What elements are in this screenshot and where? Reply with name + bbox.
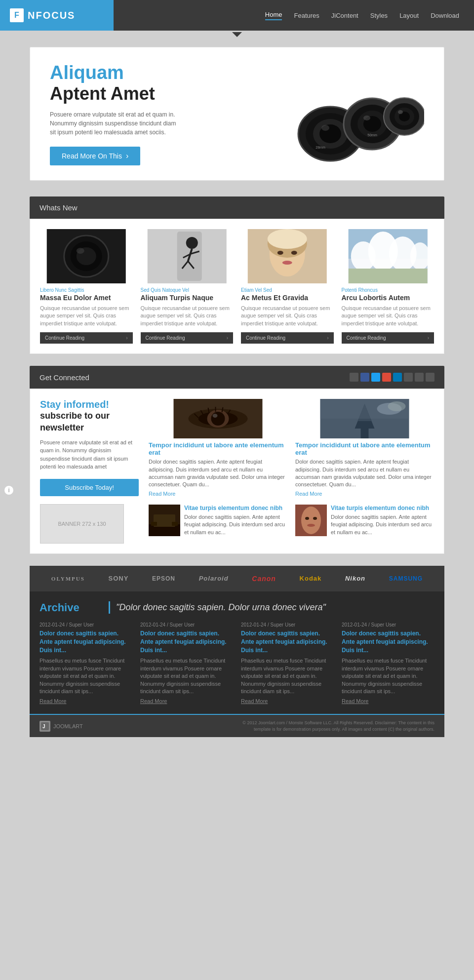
svg-point-49 [213, 414, 218, 418]
social-icon-7[interactable] [415, 373, 424, 382]
article-1: Tempor incididunt ut labore ante element… [149, 399, 287, 497]
brand-canon: Canon [252, 575, 276, 583]
svg-point-48 [211, 412, 225, 426]
card-2-category: Sed Quis Natoque Vel [141, 287, 234, 293]
archive-section: Archive "Dolor donec sagitis sapien. Dol… [30, 591, 444, 714]
logo[interactable]: F NFOCUS [0, 0, 114, 31]
card-2-arrow-icon: › [227, 335, 228, 341]
svg-rect-57 [361, 429, 369, 438]
social-icons [350, 373, 434, 382]
logo-letter: F [14, 11, 19, 20]
card-2-image [141, 229, 234, 283]
card-1-arrow-icon: › [126, 335, 127, 341]
camera-lens-image: 28mm 50mm [286, 65, 424, 163]
nav-styles[interactable]: Styles [370, 12, 388, 19]
article-4-text-block: Vitae turpis elementum donec nibh Dolor … [331, 505, 434, 536]
card-2-continue-button[interactable]: Continue Reading › [141, 332, 234, 344]
footer-logo-text: JOOMLART [53, 723, 83, 729]
article-2-title: Tempor incididunt ut labore ante element… [295, 441, 434, 456]
info-icon[interactable]: i [4, 485, 14, 495]
card-3-continue-button[interactable]: Continue Reading › [241, 332, 334, 344]
social-icon-5[interactable] [393, 373, 402, 382]
svg-rect-43 [348, 269, 427, 283]
newsletter-column: Stay informed! subscribe to our newslett… [40, 399, 139, 544]
social-icon-1[interactable] [350, 373, 358, 382]
whats-new-content: Libero Nunc Sagittis Massa Eu Dolor Amet… [30, 219, 444, 354]
svg-point-24 [186, 237, 198, 249]
card-4: Potenti Rhoncus Arcu Lobortis Autem Quis… [342, 229, 434, 344]
svg-text:J: J [42, 724, 45, 729]
card-4-image [342, 229, 434, 283]
card-2: Sed Quis Natoque Vel Aliquam Turpis Naqu… [141, 229, 234, 344]
card-3-arrow-icon: › [327, 335, 328, 341]
whats-new-header: Whats New [30, 196, 444, 219]
article-3-thumb [149, 505, 180, 536]
card-1-title: Massa Eu Dolor Amet [40, 294, 133, 302]
article-4-thumb [295, 505, 327, 536]
card-1-continue-button[interactable]: Continue Reading › [40, 332, 133, 344]
svg-point-36 [282, 261, 292, 265]
nav-layout[interactable]: Layout [399, 12, 419, 19]
article-3-text-block: Vitae turpis elementum donec nibh Dolor … [184, 505, 287, 536]
archive-read-more-4[interactable]: Read More [342, 698, 434, 704]
archive-read-more-1[interactable]: Read More [40, 698, 132, 704]
social-icon-3[interactable] [371, 373, 380, 382]
svg-rect-67 [151, 522, 157, 526]
article-1-text: Dolor donec sagittis sapien. Ante aptent… [149, 458, 287, 489]
card-1-category: Libero Nunc Sagittis [40, 287, 133, 293]
card-1-image [40, 229, 133, 283]
social-icon-2[interactable] [360, 373, 369, 382]
svg-point-63 [388, 401, 406, 411]
archive-title: Archive [40, 601, 99, 614]
svg-point-33 [268, 229, 307, 249]
connected-layout: Stay informed! subscribe to our newslett… [30, 389, 444, 553]
hero-cta-button[interactable]: Read More On This › [50, 147, 140, 165]
article-4-row: Vitae turpis elementum donec nibh Dolor … [295, 505, 434, 536]
bottom-articles: Vitae turpis elementum donec nibh Dolor … [149, 505, 434, 536]
hero-title-black: Aptent Amet [50, 83, 155, 104]
archive-art-title-1: Dolor donec sagittis sapien. Ante aptent… [40, 629, 132, 654]
article-1-read-more[interactable]: Read More [149, 491, 287, 497]
article-2-read-more[interactable]: Read More [295, 491, 434, 497]
svg-text:28mm: 28mm [316, 146, 325, 149]
main-nav: Home Features JiContent Styles Layout Do… [114, 0, 474, 31]
card-4-continue-button[interactable]: Continue Reading › [342, 332, 434, 344]
card-1-btn-label: Continue Reading [45, 335, 84, 341]
card-3-title: Ac Metus Et Gravida [241, 294, 334, 302]
archive-header: Archive "Dolor donec sagitis sapien. Dol… [40, 601, 434, 614]
nav-download[interactable]: Download [431, 12, 459, 19]
card-grid: Libero Nunc Sagittis Massa Eu Dolor Amet… [40, 229, 434, 344]
get-connected-bar: Get Connected [40, 373, 434, 382]
nav-features[interactable]: Features [294, 12, 319, 19]
card-2-text: Quisque recusandae ut posuere sem augue … [141, 305, 234, 327]
divider-2 [0, 185, 474, 189]
article-3-title: Vitae turpis elementum donec nibh [184, 505, 287, 511]
brand-polaroid: Polaroid [199, 575, 229, 582]
archive-art-title-2: Dolor donec sagittis sapien. Ante aptent… [140, 629, 233, 654]
footer: J JOOMLART © 2012 Joomlart.com / Monste … [30, 714, 444, 737]
svg-point-71 [305, 517, 309, 520]
archive-art-text-4: Phasellus eu metus fusce Tincidunt inter… [342, 657, 434, 695]
svg-point-14 [398, 110, 403, 114]
svg-point-4 [321, 125, 329, 131]
newsletter-heading-blue: Stay informed! [40, 399, 139, 410]
nav-home[interactable]: Home [265, 11, 282, 20]
archive-art-title-4: Dolor donec sagittis sapien. Ante aptent… [342, 629, 434, 654]
brand-samsung: SAMSUNG [389, 575, 423, 582]
newsletter-description: Posuere ornare vulputate sit erat ad et … [40, 438, 139, 471]
divider-4 [0, 554, 474, 558]
svg-point-42 [410, 242, 430, 270]
top-articles: Tempor incididunt ut labore ante element… [149, 399, 434, 497]
social-icon-4[interactable] [382, 373, 391, 382]
nav-jicontent[interactable]: JiContent [331, 12, 358, 19]
hero-cta-label: Read More On This [62, 152, 122, 160]
social-icon-6[interactable] [404, 373, 413, 382]
hero-title-blue: Aliquam [50, 62, 124, 83]
social-icon-8[interactable] [426, 373, 434, 382]
article-3: Vitae turpis elementum donec nibh Dolor … [149, 505, 287, 536]
divider-3 [0, 354, 474, 358]
subscribe-button[interactable]: Subscribe Today! [40, 479, 139, 496]
archive-read-more-3[interactable]: Read More [241, 698, 334, 704]
archive-read-more-2[interactable]: Read More [140, 698, 233, 704]
svg-point-72 [313, 517, 317, 520]
